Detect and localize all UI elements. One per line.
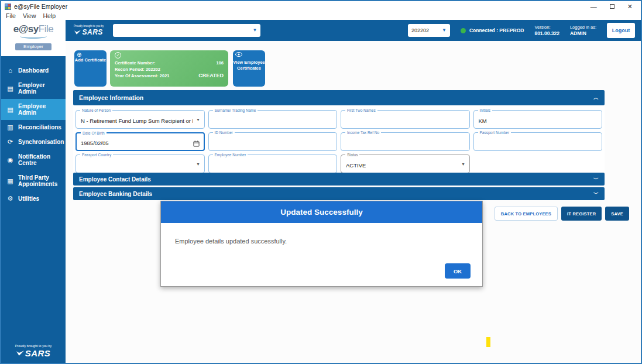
surname-trading-name-field[interactable]: Surname/ Trading Name: [208, 110, 338, 129]
sidebar-item-label: Utilities: [18, 195, 39, 202]
sars-logo: SARS: [1, 348, 66, 358]
version-block: Version: 801.00.322: [534, 25, 559, 36]
company-select[interactable]: ▼: [113, 24, 260, 37]
nature-of-person-value: N - Retirement Fund Lump Sum Recipient o…: [81, 118, 193, 124]
sidebar-item-third-party-appointments[interactable]: ▦Third Party Appointments: [1, 170, 66, 191]
status-field[interactable]: StatusACTIVE▾: [341, 154, 470, 173]
document-icon: ▤: [6, 107, 14, 113]
sidebar-item-notification-centre[interactable]: ◉Notification Centre: [1, 149, 66, 170]
certificate-info-card: ✓ Certificate Number: 106 Recon Period: …: [110, 50, 228, 87]
sidebar-item-utilities[interactable]: ⚙Utilities: [1, 191, 66, 206]
employee-contact-details-header[interactable]: Employee Contact Details ﹀: [73, 173, 605, 186]
sidebar-item-label: Dashboard: [18, 67, 49, 74]
chevron-down-icon: ▼: [252, 28, 257, 33]
back-to-employees-button[interactable]: BACK TO EMPLOYEES: [495, 207, 558, 221]
chevron-down-icon: ▾: [197, 162, 199, 167]
chevron-up-icon: ︿: [593, 94, 599, 102]
menu-bar: File View Help: [1, 12, 641, 20]
sidebar-item-employer-admin[interactable]: ▤Employer Admin: [1, 78, 66, 99]
employee-contact-details-title: Employee Contact Details: [79, 176, 151, 183]
status-label: Status: [345, 153, 359, 157]
title-bar: e@syFile Employer — ✕: [1, 1, 641, 12]
logged-in-label: Logged in as:: [570, 25, 596, 30]
sidebar-nav: ⌂Dashboard▤Employer Admin▤Employee Admin…: [1, 63, 66, 206]
recon-period: Recon Period: 202202: [115, 66, 160, 73]
sync-icon: ⟳: [6, 139, 14, 145]
maximize-icon[interactable]: [610, 4, 614, 9]
sidebar-item-synchronisation[interactable]: ⟳Synchronisation: [1, 135, 66, 149]
sidebar-item-label: Employee Admin: [18, 103, 63, 116]
ok-button[interactable]: OK: [445, 263, 471, 279]
employee-banking-details-header[interactable]: Employee Banking Details ﹀: [73, 187, 605, 200]
sars-tagline: Proudly brought to you by: [1, 344, 66, 348]
gear-icon: ⚙: [6, 195, 14, 202]
window-title: e@syFile Employer: [14, 3, 67, 10]
check-circle-icon: ✓: [115, 52, 121, 59]
minimize-icon[interactable]: —: [590, 4, 597, 9]
header-sars-text: SARS: [82, 28, 102, 36]
calendar-icon[interactable]: [193, 139, 200, 149]
logged-in-value: ADMIN: [570, 30, 596, 36]
dialog-title: Updated Successfully: [161, 201, 482, 223]
version-label: Version:: [534, 25, 559, 30]
it-register-button[interactable]: IT REGISTER: [561, 207, 602, 221]
top-header: Proudly brought to you by SARS ▼ 202202 …: [66, 20, 641, 41]
save-button[interactable]: SAVE: [605, 207, 629, 221]
sidebar-item-label: Notification Centre: [18, 153, 63, 166]
chevron-down-icon: ﹀: [593, 190, 599, 198]
passport-country-field[interactable]: Passport Country▾: [75, 154, 205, 173]
date-of-birth-field[interactable]: Date Of Birth1985/02/05: [75, 132, 205, 151]
employee-information-title: Employee Information: [79, 94, 143, 101]
logo-easy-text: e@sy: [13, 23, 39, 35]
home-icon: ⌂: [6, 67, 14, 74]
app-window: e@syFile Employer — ✕ File View Help e@s…: [0, 0, 642, 364]
connection-status-text: Connected : PREPROD: [469, 28, 524, 33]
employee-banking-details-title: Employee Banking Details: [79, 191, 152, 197]
sidebar-footer: Proudly brought to you by SARS: [1, 344, 66, 358]
sidebar-item-employee-admin[interactable]: ▤Employee Admin: [1, 99, 66, 120]
sars-check-icon: [16, 351, 24, 356]
connection-status: Connected : PREPROD: [461, 28, 524, 33]
sidebar: e@syFile Employer ⌂Dashboard▤Employer Ad…: [1, 20, 66, 363]
date-of-birth-value: 1985/02/05: [81, 140, 109, 146]
version-value: 801.00.322: [534, 30, 559, 36]
chevron-down-icon: ﹀: [593, 176, 599, 183]
nature-of-person-label: Nature of Person: [80, 108, 112, 112]
passport-country-label: Passport Country: [80, 153, 113, 157]
income-tax-ref-no-field[interactable]: Income Tax Ref No: [341, 132, 470, 151]
add-certificate-button[interactable]: ⊕ Add Certificate: [74, 50, 107, 87]
header-sars-logo: Proudly brought to you by SARS: [74, 25, 104, 36]
id-number-field[interactable]: ID Number: [208, 132, 338, 151]
dialog-message: Employee details updated successfully.: [175, 238, 287, 245]
document-icon: ▤: [6, 85, 14, 92]
period-select[interactable]: 202202 ▼: [408, 24, 450, 37]
logo-file-text: File: [39, 23, 53, 35]
reconciliations-icon: ▥: [6, 124, 14, 131]
employee-contact-details-section: Employee Contact Details ﹀: [73, 173, 605, 186]
certificate-number-label: Certificate Number:: [115, 60, 156, 66]
sidebar-item-dashboard[interactable]: ⌂Dashboard: [1, 63, 66, 78]
initials-field[interactable]: InitialsKM: [473, 110, 603, 129]
nature-of-person-field[interactable]: Nature of PersonN - Retirement Fund Lump…: [75, 110, 205, 129]
sidebar-item-label: Reconciliations: [18, 124, 61, 131]
plus-circle-icon: ⊕: [77, 52, 81, 58]
employee-number-field[interactable]: Employee Number: [208, 154, 338, 173]
employee-information-panel: Employee Information ︿ Nature of PersonN…: [73, 90, 605, 178]
initials-label: Initials: [478, 108, 492, 112]
chevron-down-icon: ▾: [197, 117, 199, 122]
certificate-cards: ⊕ Add Certificate ✓ Certificate Number: …: [74, 50, 265, 87]
initials-value: KM: [479, 118, 487, 124]
sidebar-item-reconciliations[interactable]: ▥Reconciliations: [1, 120, 66, 135]
status-value: ACTIVE: [346, 162, 366, 169]
first-two-names-field[interactable]: First Two Names: [341, 110, 470, 129]
surname-trading-name-label: Surname/ Trading Name: [213, 108, 258, 112]
certificate-number-value: 106: [216, 60, 224, 66]
view-employee-certificates-button[interactable]: View Employee Certificates: [233, 50, 265, 87]
passport-number-field[interactable]: Passport Number: [473, 132, 603, 151]
logged-in-block: Logged in as: ADMIN: [570, 25, 596, 36]
chevron-down-icon: ▼: [442, 28, 447, 33]
updated-successfully-dialog: Updated Successfully Employee details up…: [160, 201, 483, 287]
close-icon[interactable]: ✕: [627, 4, 633, 9]
employee-information-header[interactable]: Employee Information ︿: [73, 90, 605, 105]
logout-button[interactable]: Logout: [607, 23, 635, 38]
